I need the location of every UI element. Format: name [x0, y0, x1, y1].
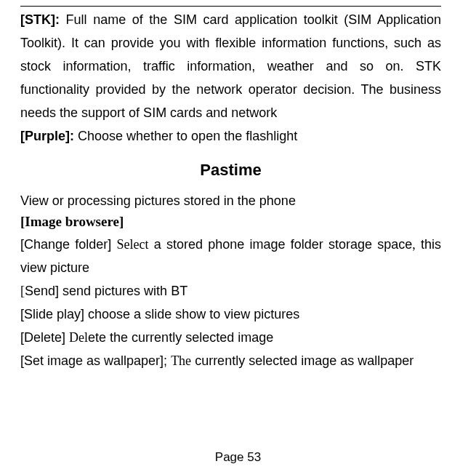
page-content: [STK]: Full name of the SIM card applica… [0, 0, 476, 472]
purple-label: [Purple]: [20, 129, 74, 143]
slide-entry: [Slide play] choose a slide show to view… [20, 303, 441, 326]
delete-lead: Del [69, 330, 88, 345]
intro-text: View or processing pictures stored in th… [20, 190, 441, 212]
send-entry: [Send] send pictures with BT [20, 279, 441, 303]
delete-label: [Delete] [20, 330, 65, 345]
delete-entry: [Delete] Delete the currently selected i… [20, 326, 441, 349]
stk-paragraph: [STK]: Full name of the SIM card applica… [20, 8, 441, 124]
wallpaper-entry: [Set image as wallpaper]; The currently … [20, 349, 441, 372]
image-browser-heading: [Image browsere] [20, 214, 441, 230]
wallpaper-label: [Set image as wallpaper]; [20, 353, 167, 368]
change-folder-entry: [Change folder] Select a stored phone im… [20, 233, 441, 279]
section-heading: Pastime [20, 161, 441, 180]
horizontal-rule [20, 6, 441, 7]
stk-label: [STK]: [20, 12, 60, 27]
send-text: send pictures with BT [62, 284, 187, 298]
stk-text: Full name of the SIM card application to… [20, 12, 441, 120]
wallpaper-rest: currently selected image as wallpaper [195, 353, 414, 368]
send-label: Send] [25, 284, 59, 298]
purple-text: Choose whether to open the flashlight [78, 129, 297, 143]
change-folder-rest: a stored phone image folder storage spac… [154, 237, 413, 252]
page-number: Page 53 [0, 450, 476, 465]
change-folder-lead: Select [117, 237, 149, 252]
wallpaper-lead: The [171, 353, 191, 368]
purple-paragraph: [Purple]: Choose whether to open the fla… [20, 124, 441, 148]
delete-rest: ete the currently selected image [88, 330, 273, 345]
change-folder-label: [Change folder] [20, 237, 111, 252]
slide-text: choose a slide show to view pictures [88, 307, 299, 321]
slide-label: [Slide play] [20, 307, 84, 321]
